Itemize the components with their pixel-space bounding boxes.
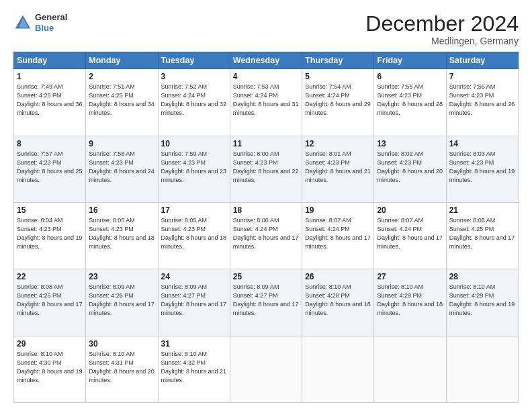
day-info: Sunrise: 8:10 AM Sunset: 4:29 PM Dayligh…: [377, 283, 443, 318]
logo-text: General Blue: [35, 12, 67, 33]
day-cell: 25Sunrise: 8:09 AM Sunset: 4:27 PM Dayli…: [230, 269, 302, 336]
day-info: Sunrise: 8:09 AM Sunset: 4:27 PM Dayligh…: [233, 283, 299, 318]
day-cell: [230, 336, 302, 402]
day-cell: 11Sunrise: 8:00 AM Sunset: 4:23 PM Dayli…: [230, 136, 302, 202]
day-info: Sunrise: 7:58 AM Sunset: 4:23 PM Dayligh…: [89, 150, 154, 185]
day-number: 5: [305, 72, 371, 81]
day-cell: 1Sunrise: 7:49 AM Sunset: 4:25 PM Daylig…: [14, 69, 86, 136]
day-info: Sunrise: 8:10 AM Sunset: 4:30 PM Dayligh…: [17, 350, 83, 385]
day-number: 25: [233, 272, 299, 281]
day-info: Sunrise: 7:59 AM Sunset: 4:23 PM Dayligh…: [161, 150, 227, 185]
calendar: SundayMondayTuesdayWednesdayThursdayFrid…: [13, 52, 519, 403]
day-cell: 23Sunrise: 8:09 AM Sunset: 4:26 PM Dayli…: [86, 269, 158, 336]
calendar-header: SundayMondayTuesdayWednesdayThursdayFrid…: [14, 52, 519, 69]
day-number: 27: [377, 272, 443, 281]
day-info: Sunrise: 8:09 AM Sunset: 4:27 PM Dayligh…: [161, 283, 227, 318]
day-cell: 31Sunrise: 8:10 AM Sunset: 4:32 PM Dayli…: [158, 336, 230, 402]
day-cell: 29Sunrise: 8:10 AM Sunset: 4:30 PM Dayli…: [14, 336, 86, 402]
day-number: 1: [17, 72, 83, 81]
header-day-monday: Monday: [86, 52, 158, 69]
day-cell: 28Sunrise: 8:10 AM Sunset: 4:29 PM Dayli…: [446, 269, 518, 336]
week-row-2: 8Sunrise: 7:57 AM Sunset: 4:23 PM Daylig…: [14, 136, 519, 202]
day-info: Sunrise: 7:53 AM Sunset: 4:24 PM Dayligh…: [233, 83, 299, 118]
day-cell: 22Sunrise: 8:08 AM Sunset: 4:25 PM Dayli…: [14, 269, 86, 336]
day-info: Sunrise: 8:05 AM Sunset: 4:23 PM Dayligh…: [161, 216, 227, 251]
day-number: 9: [89, 139, 154, 148]
day-number: 22: [17, 272, 83, 281]
day-cell: 12Sunrise: 8:01 AM Sunset: 4:23 PM Dayli…: [302, 136, 374, 202]
day-cell: 20Sunrise: 8:07 AM Sunset: 4:24 PM Dayli…: [374, 202, 446, 269]
day-cell: 13Sunrise: 8:02 AM Sunset: 4:23 PM Dayli…: [374, 136, 446, 202]
day-number: 18: [233, 205, 299, 215]
day-cell: 6Sunrise: 7:55 AM Sunset: 4:23 PM Daylig…: [374, 69, 446, 136]
day-info: Sunrise: 8:05 AM Sunset: 4:23 PM Dayligh…: [89, 216, 154, 251]
day-cell: 14Sunrise: 8:03 AM Sunset: 4:23 PM Dayli…: [446, 136, 518, 202]
day-info: Sunrise: 8:09 AM Sunset: 4:26 PM Dayligh…: [89, 283, 154, 318]
day-number: 28: [449, 272, 515, 281]
day-cell: [302, 336, 374, 402]
day-number: 31: [161, 339, 227, 349]
calendar-body: 1Sunrise: 7:49 AM Sunset: 4:25 PM Daylig…: [14, 69, 519, 403]
day-number: 15: [17, 205, 83, 215]
week-row-4: 22Sunrise: 8:08 AM Sunset: 4:25 PM Dayli…: [14, 269, 519, 336]
day-info: Sunrise: 8:00 AM Sunset: 4:23 PM Dayligh…: [233, 150, 299, 185]
day-cell: 21Sunrise: 8:08 AM Sunset: 4:25 PM Dayli…: [446, 202, 518, 269]
day-number: 21: [449, 205, 515, 215]
day-number: 13: [377, 139, 443, 148]
day-info: Sunrise: 8:10 AM Sunset: 4:28 PM Dayligh…: [305, 283, 371, 318]
day-number: 8: [17, 139, 83, 148]
day-cell: 24Sunrise: 8:09 AM Sunset: 4:27 PM Dayli…: [158, 269, 230, 336]
logo: General Blue: [13, 12, 67, 33]
day-number: 14: [449, 139, 515, 148]
location: Medlingen, Germany: [365, 36, 519, 46]
month-title: December 2024: [365, 12, 519, 36]
logo-general: General: [35, 12, 67, 23]
day-cell: [446, 336, 518, 402]
day-cell: 15Sunrise: 8:04 AM Sunset: 4:23 PM Dayli…: [14, 202, 86, 269]
day-info: Sunrise: 8:08 AM Sunset: 4:25 PM Dayligh…: [17, 283, 83, 318]
logo-icon: [13, 13, 32, 32]
day-number: 17: [161, 205, 227, 215]
day-number: 4: [233, 72, 299, 81]
day-cell: 17Sunrise: 8:05 AM Sunset: 4:23 PM Dayli…: [158, 202, 230, 269]
day-info: Sunrise: 7:56 AM Sunset: 4:23 PM Dayligh…: [449, 83, 515, 118]
day-number: 16: [89, 205, 154, 215]
header-day-friday: Friday: [374, 52, 446, 69]
day-number: 2: [89, 72, 154, 81]
day-cell: 2Sunrise: 7:51 AM Sunset: 4:25 PM Daylig…: [86, 69, 158, 136]
week-row-5: 29Sunrise: 8:10 AM Sunset: 4:30 PM Dayli…: [14, 336, 519, 402]
day-cell: 4Sunrise: 7:53 AM Sunset: 4:24 PM Daylig…: [230, 69, 302, 136]
day-cell: 18Sunrise: 8:06 AM Sunset: 4:24 PM Dayli…: [230, 202, 302, 269]
header-day-thursday: Thursday: [302, 52, 374, 69]
day-number: 23: [89, 272, 154, 281]
day-info: Sunrise: 7:51 AM Sunset: 4:25 PM Dayligh…: [89, 83, 154, 118]
day-cell: 16Sunrise: 8:05 AM Sunset: 4:23 PM Dayli…: [86, 202, 158, 269]
day-cell: 26Sunrise: 8:10 AM Sunset: 4:28 PM Dayli…: [302, 269, 374, 336]
day-number: 11: [233, 139, 299, 148]
week-row-1: 1Sunrise: 7:49 AM Sunset: 4:25 PM Daylig…: [14, 69, 519, 136]
day-info: Sunrise: 7:55 AM Sunset: 4:23 PM Dayligh…: [377, 83, 443, 118]
day-cell: [374, 336, 446, 402]
header: General Blue December 2024 Medlingen, Ge…: [13, 12, 519, 46]
day-info: Sunrise: 7:57 AM Sunset: 4:23 PM Dayligh…: [17, 150, 83, 185]
day-cell: 8Sunrise: 7:57 AM Sunset: 4:23 PM Daylig…: [14, 136, 86, 202]
page: General Blue December 2024 Medlingen, Ge…: [0, 0, 532, 411]
day-cell: 10Sunrise: 7:59 AM Sunset: 4:23 PM Dayli…: [158, 136, 230, 202]
day-info: Sunrise: 7:49 AM Sunset: 4:25 PM Dayligh…: [17, 83, 83, 118]
day-info: Sunrise: 8:02 AM Sunset: 4:23 PM Dayligh…: [377, 150, 443, 185]
day-info: Sunrise: 7:54 AM Sunset: 4:24 PM Dayligh…: [305, 83, 371, 118]
day-number: 26: [305, 272, 371, 281]
day-cell: 30Sunrise: 8:10 AM Sunset: 4:31 PM Dayli…: [86, 336, 158, 402]
header-day-saturday: Saturday: [446, 52, 518, 69]
header-row: SundayMondayTuesdayWednesdayThursdayFrid…: [14, 52, 519, 69]
day-info: Sunrise: 8:10 AM Sunset: 4:29 PM Dayligh…: [449, 283, 515, 318]
day-info: Sunrise: 7:52 AM Sunset: 4:24 PM Dayligh…: [161, 83, 227, 118]
day-info: Sunrise: 8:07 AM Sunset: 4:24 PM Dayligh…: [377, 216, 443, 251]
day-cell: 19Sunrise: 8:07 AM Sunset: 4:24 PM Dayli…: [302, 202, 374, 269]
day-info: Sunrise: 8:04 AM Sunset: 4:23 PM Dayligh…: [17, 216, 83, 251]
day-number: 12: [305, 139, 371, 148]
header-day-sunday: Sunday: [14, 52, 86, 69]
day-info: Sunrise: 8:08 AM Sunset: 4:25 PM Dayligh…: [449, 216, 515, 251]
title-area: December 2024 Medlingen, Germany: [365, 12, 519, 46]
day-info: Sunrise: 8:06 AM Sunset: 4:24 PM Dayligh…: [233, 216, 299, 251]
